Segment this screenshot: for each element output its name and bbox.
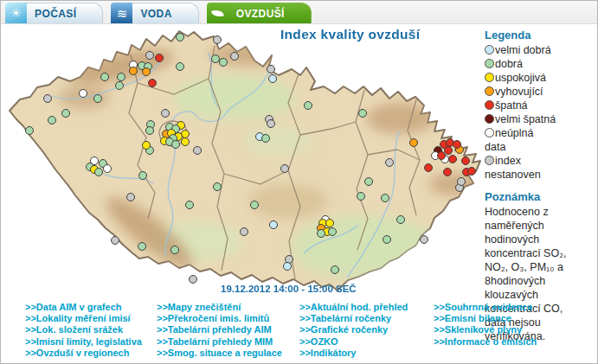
station-dot[interactable] [48,117,56,125]
footer-link[interactable]: >>Tabelární přehledy AIM [157,324,282,335]
station-dot[interactable] [130,67,138,75]
station-dot[interactable] [365,178,373,186]
station-dot[interactable] [231,53,239,61]
legend-item-label: velmi špatná [495,113,556,125]
station-dot[interactable] [44,95,52,103]
footer-link[interactable]: >>Indikátory [299,348,408,359]
station-dot[interactable] [116,82,124,90]
tab-ovzdusi[interactable]: OVZDUŠÍ [207,3,312,23]
legend-item-label: uspokojivá [495,72,546,84]
station-dot[interactable] [149,80,157,87]
chmi-air-quality-page: ☀ POČASÍ ≋ VODA OVZDUŠÍ Index kvality ov… [0,0,598,364]
station-dot[interactable] [94,95,102,103]
footer-link[interactable]: >>Imisní limity, legislativa [25,336,142,348]
footer-link[interactable]: >>Překročení imis. limitů [157,313,282,324]
station-dot[interactable] [329,228,337,236]
footer-link[interactable]: >>Grafické ročenky [299,324,408,335]
footer-link[interactable]: >>Skleníkové plyny [434,324,537,335]
footer-link[interactable]: >>Tabelární ročenky [299,313,408,324]
station-dot[interactable] [382,195,389,202]
station-dot[interactable] [425,164,433,172]
station-dot[interactable] [281,165,289,173]
station-dot[interactable] [143,68,151,76]
station-dot[interactable] [397,216,405,224]
station-dot[interactable] [62,110,70,118]
station-dot[interactable] [138,243,146,251]
station-dot[interactable] [220,59,228,67]
station-dot[interactable] [318,230,325,238]
station-dot[interactable] [80,90,87,98]
station-dot[interactable] [462,157,470,165]
station-dot[interactable] [101,73,109,81]
footer-link[interactable]: >>Informace o emisích [434,336,537,348]
station-dot[interactable] [182,138,190,146]
station-dot[interactable] [267,66,275,73]
station-dot[interactable] [326,220,334,227]
station-dot[interactable] [177,63,184,71]
footer-link[interactable]: >>Souhrnná evidence [434,302,537,313]
station-dot[interactable] [214,36,222,44]
station-dot[interactable] [468,168,476,176]
station-dot[interactable] [104,165,112,173]
station-dot[interactable] [445,147,453,155]
station-dot[interactable] [453,141,461,149]
station-dot[interactable] [214,183,222,191]
station-dot[interactable] [267,120,275,128]
station-dot[interactable] [146,52,154,60]
station-dot[interactable] [194,147,202,155]
station-dot[interactable] [444,169,452,176]
note-heading: Poznámka [485,190,595,203]
station-dot[interactable] [127,194,135,201]
station-dot[interactable] [143,142,151,150]
station-dot[interactable] [284,263,292,271]
station-dot[interactable] [172,141,180,149]
footer-link[interactable]: >>Emisní bilance [434,313,537,324]
station-dot[interactable] [241,228,248,236]
footer-link[interactable]: >>Data AIM v grafech [25,302,142,313]
station-dot[interactable] [270,221,278,229]
station-dot[interactable] [171,246,179,254]
station-dot[interactable] [156,54,164,62]
station-dot[interactable] [139,172,147,180]
tab-label: POČASÍ [27,3,103,23]
station-dot[interactable] [269,75,277,83]
station-dot[interactable] [26,127,34,135]
footer-link[interactable]: >>Mapy znečištění [157,302,282,313]
footer-link[interactable]: >>OZKO [299,336,408,348]
station-dot[interactable] [177,34,184,42]
footer-link[interactable]: >>Lok. složení srážek [25,324,142,335]
station-dot[interactable] [262,135,270,143]
station-dot[interactable] [212,55,220,63]
footer-link[interactable]: >>Tabelární přehledy MIM [157,336,282,348]
station-dot[interactable] [95,169,103,176]
station-dot[interactable] [359,110,367,118]
legend-item: špatná [485,99,595,112]
waves-icon: ≋ [111,3,132,23]
station-dot[interactable] [410,139,418,147]
station-dot[interactable] [357,193,365,201]
footer-link[interactable]: >>Ovzduší v regionech [25,348,142,359]
station-dot[interactable] [458,178,466,186]
station-dot[interactable] [331,266,339,274]
station-dot[interactable] [146,127,154,135]
station-dot[interactable] [386,159,394,167]
station-dot[interactable] [438,152,446,160]
station-dot[interactable] [186,201,194,209]
station-dot[interactable] [112,237,119,245]
footer-link[interactable]: >>Smog. situace a regulace [157,348,282,359]
station-dot[interactable] [251,201,259,209]
station-dot[interactable] [421,236,428,244]
station-dot[interactable] [118,73,125,81]
footer-link[interactable]: >>Lokality měření imisí [25,313,142,324]
tab-pocasi[interactable]: ☀ POČASÍ [5,3,103,23]
station-dot[interactable] [305,102,312,110]
tab-label: OVZDUŠÍ [228,3,312,23]
station-dot[interactable] [190,276,197,284]
station-dot[interactable] [162,110,170,118]
station-dot[interactable] [449,156,457,163]
sidebar: Legenda velmi dobrádobráuspokojivávyhovu… [485,29,595,343]
legend-dot-icon [485,73,494,82]
footer-link[interactable]: >>Aktuální hod. přehled [299,302,408,313]
station-dot[interactable] [383,236,391,244]
tab-voda[interactable]: ≋ VODA [111,3,198,23]
